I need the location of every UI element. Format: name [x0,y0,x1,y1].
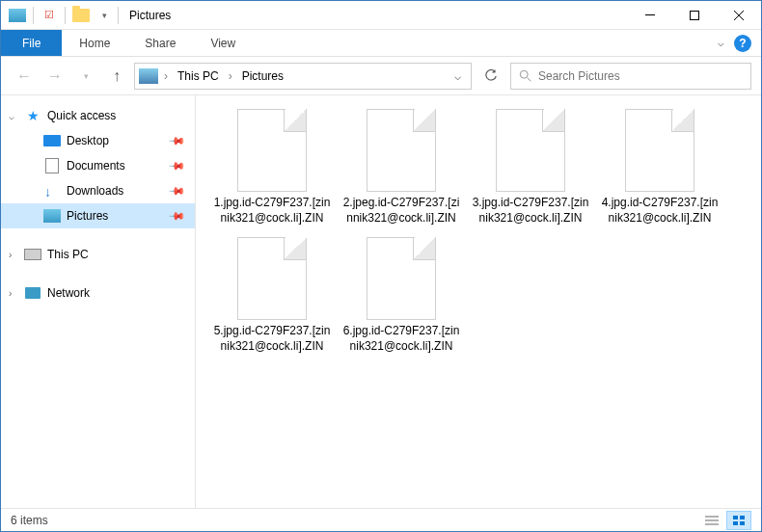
file-grid: 1.jpg.id-C279F237.[zinnik321@cock.li].ZI… [207,103,749,359]
chevron-right-icon[interactable]: › [160,69,172,83]
svg-point-4 [520,70,528,78]
separator [33,7,34,24]
tab-file[interactable]: File [1,30,62,56]
sidebar-item-label: Downloads [67,184,123,198]
separator [65,7,66,24]
file-item[interactable]: 3.jpg.id-C279F237.[zinnik321@cock.li].ZI… [466,103,595,231]
breadcrumb[interactable]: › This PC › Pictures ⌵ [134,63,472,90]
sidebar-label: This PC [47,248,89,261]
pin-icon: 📌 [167,181,185,200]
ribbon: File Home Share View ⌵ ? [1,30,761,57]
up-button[interactable]: ↑ [103,63,130,90]
help-icon[interactable]: ? [734,35,751,52]
breadcrumb-dropdown-icon[interactable]: ⌵ [449,69,467,83]
properties-icon[interactable]: ☑ [39,5,60,26]
chevron-down-icon[interactable]: ⌵ [9,111,14,121]
star-icon: ★ [24,108,41,123]
statusbar: 6 items [1,508,761,531]
recent-dropdown[interactable]: ▾ [72,63,99,90]
quick-access-toolbar: ☑ ▾ [1,5,115,26]
file-item[interactable]: 5.jpg.id-C279F237.[zinnik321@cock.li].ZI… [207,231,337,359]
file-area[interactable]: 1.jpg.id-C279F237.[zinnik321@cock.li].ZI… [196,95,761,508]
svg-rect-11 [733,521,738,525]
file-name: 1.jpg.id-C279F237.[zinnik321@cock.li].ZI… [211,196,333,226]
file-item[interactable]: 6.jpg.id-C279F237.[zinnik321@cock.li].ZI… [337,231,466,359]
search-input[interactable] [538,69,743,83]
pictures-icon [43,208,61,224]
maximize-button[interactable] [672,1,717,30]
minimize-button[interactable] [628,1,672,30]
sidebar-item-desktop[interactable]: Desktop 📌 [1,128,195,153]
pin-icon: 📌 [167,156,185,174]
sidebar-item-downloads[interactable]: Downloads 📌 [1,178,195,203]
sidebar-item-pictures[interactable]: Pictures 📌 [1,203,195,228]
breadcrumb-current[interactable]: Pictures [238,67,287,85]
downloads-icon [43,183,61,199]
pc-icon [24,247,41,262]
documents-icon [43,158,61,173]
refresh-button[interactable] [476,63,506,90]
file-thumbnail [625,109,694,192]
breadcrumb-this-pc[interactable]: This PC [174,67,223,85]
svg-rect-10 [740,516,745,519]
chevron-right-icon[interactable]: › [225,69,236,83]
ribbon-expand-icon[interactable]: ⌵ [718,37,724,49]
location-icon [139,68,158,84]
chevron-right-icon[interactable]: › [9,250,12,260]
file-name: 2.jpeg.id-C279F237.[zinnik321@cock.li].Z… [340,196,462,226]
separator [118,7,119,24]
svg-rect-9 [733,516,738,519]
window-title: Pictures [129,9,171,22]
explorer-icon [7,5,28,26]
desktop-icon [43,133,61,148]
svg-rect-1 [691,11,699,19]
sidebar-quick-access[interactable]: ⌵ ★ Quick access [1,103,195,128]
file-name: 5.jpg.id-C279F237.[zinnik321@cock.li].ZI… [211,324,333,354]
search-icon [519,69,532,83]
sidebar-network[interactable]: › Network [1,280,195,306]
file-name: 3.jpg.id-C279F237.[zinnik321@cock.li].ZI… [470,196,591,226]
item-count: 6 items [11,514,48,527]
file-thumbnail [496,109,565,192]
titlebar: ☑ ▾ Pictures [1,1,761,30]
sidebar-item-label: Desktop [67,134,109,147]
network-icon [24,285,41,301]
search-box[interactable] [510,63,751,90]
svg-rect-12 [740,521,745,525]
sidebar-item-label: Documents [67,159,125,173]
icons-view-button[interactable] [726,511,751,530]
file-thumbnail [367,109,436,192]
file-thumbnail [237,109,307,192]
file-name: 6.jpg.id-C279F237.[zinnik321@cock.li].ZI… [340,324,462,354]
content-area: ⌵ ★ Quick access Desktop 📌 Documents 📌 D… [1,95,761,508]
svg-line-5 [528,77,531,81]
sidebar-label: Network [47,286,90,300]
tab-view[interactable]: View [193,30,253,56]
file-name: 4.jpg.id-C279F237.[zinnik321@cock.li].ZI… [599,196,721,226]
sidebar: ⌵ ★ Quick access Desktop 📌 Documents 📌 D… [1,95,196,508]
file-item[interactable]: 1.jpg.id-C279F237.[zinnik321@cock.li].ZI… [207,103,337,231]
chevron-right-icon[interactable]: › [9,288,12,299]
sidebar-this-pc[interactable]: › This PC [1,242,195,267]
tab-share[interactable]: Share [127,30,193,56]
folder-icon[interactable] [70,5,92,26]
file-thumbnail [237,237,307,320]
forward-button[interactable]: → [41,63,68,90]
details-view-button[interactable] [699,511,724,530]
close-button[interactable] [717,1,761,30]
sidebar-item-documents[interactable]: Documents 📌 [1,153,195,178]
file-thumbnail [367,237,436,320]
sidebar-label: Quick access [47,109,116,122]
back-button[interactable]: ← [11,63,38,90]
file-item[interactable]: 2.jpeg.id-C279F237.[zinnik321@cock.li].Z… [337,103,466,231]
qat-dropdown-icon[interactable]: ▾ [94,5,115,26]
pin-icon: 📌 [167,206,185,225]
sidebar-item-label: Pictures [67,209,108,223]
pin-icon: 📌 [167,131,185,149]
file-item[interactable]: 4.jpg.id-C279F237.[zinnik321@cock.li].ZI… [595,103,724,231]
navbar: ← → ▾ ↑ › This PC › Pictures ⌵ [1,57,761,95]
svg-rect-0 [645,14,655,15]
tab-home[interactable]: Home [62,30,127,56]
window-controls [628,1,761,30]
